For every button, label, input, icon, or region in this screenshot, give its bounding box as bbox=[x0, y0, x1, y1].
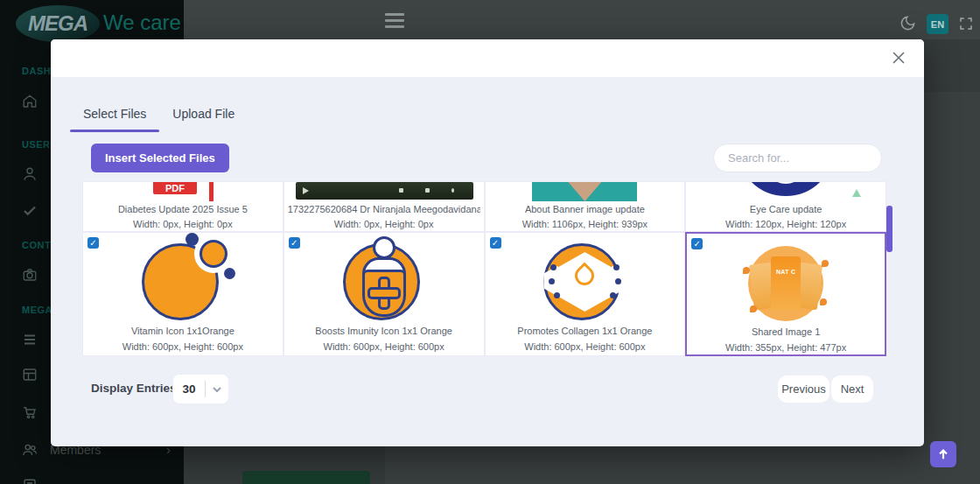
file-grid: PDF Diabetes Update 2025 Issue 5 Width: … bbox=[82, 181, 886, 356]
file-size: Width: 0px, Height: 0px bbox=[288, 219, 480, 229]
file-tile[interactable]: 1732275620684 Dr Niranjala Meegodavidana… bbox=[284, 181, 485, 232]
file-name: Vitamin Icon 1x1Orange bbox=[87, 326, 279, 336]
tab-upload-file[interactable]: Upload File bbox=[159, 101, 248, 132]
language-badge[interactable]: EN bbox=[927, 14, 948, 34]
collagen-icon-thumbnail bbox=[536, 240, 633, 324]
file-tile[interactable]: PDF Diabetes Update 2025 Issue 5 Width: … bbox=[82, 181, 284, 232]
grid-scrollbar-thumb[interactable] bbox=[886, 206, 892, 252]
insert-selected-files-button[interactable]: Insert Selected Files bbox=[91, 144, 229, 172]
search-input[interactable] bbox=[728, 151, 882, 165]
video-player-icon bbox=[284, 182, 484, 201]
display-entries-select[interactable]: 30 bbox=[172, 374, 229, 404]
vitamin-icon-thumbnail bbox=[135, 240, 231, 324]
check-icon[interactable] bbox=[22, 203, 38, 219]
menu-lines-icon[interactable] bbox=[22, 332, 38, 347]
file-size: Width: 600px, Height: 600px bbox=[288, 341, 480, 352]
hamburger-menu-icon[interactable] bbox=[385, 13, 404, 32]
fullscreen-icon[interactable] bbox=[958, 16, 974, 32]
user-icon[interactable] bbox=[22, 166, 38, 182]
file-size: Width: 600px, Height: 600px bbox=[87, 341, 279, 352]
photo-thumbnail bbox=[486, 182, 685, 201]
file-size: Width: 0px, Height: 0px bbox=[87, 219, 279, 229]
file-tile-selected[interactable]: NAT C Shared Image 1 Width: 355px, Heigh… bbox=[685, 232, 886, 356]
select-image-upload-button[interactable]: Select Image to Upload bbox=[242, 471, 370, 484]
dark-mode-icon[interactable] bbox=[900, 15, 916, 32]
home-icon[interactable] bbox=[22, 94, 38, 109]
checkbox-checked[interactable] bbox=[691, 238, 703, 249]
logo-text-mega: MEGA bbox=[28, 11, 88, 36]
file-tile[interactable]: Promotes Collagen 1x1 Orange Width: 600p… bbox=[485, 232, 686, 356]
file-name: Eye Care update bbox=[690, 204, 882, 214]
file-name: Shared Image 1 bbox=[690, 326, 881, 337]
display-entries-value: 30 bbox=[173, 381, 206, 397]
file-tile[interactable]: Vitamin Icon 1x1Orange Width: 600px, Hei… bbox=[82, 232, 284, 356]
search-box bbox=[713, 144, 882, 172]
logo-text-wecare: We care bbox=[103, 11, 181, 35]
file-size: Width: 120px, Height: 120px bbox=[690, 219, 882, 229]
file-name: Promotes Collagen 1x1 Orange bbox=[489, 326, 682, 336]
file-name: Boosts Imunity Icon 1x1 Orange bbox=[288, 326, 480, 336]
file-size: Width: 355px, Height: 477px bbox=[690, 342, 881, 353]
brand-logo: MEGA bbox=[16, 5, 100, 42]
file-name: Diabetes Update 2025 Issue 5 bbox=[87, 204, 279, 214]
pdf-file-icon: PDF bbox=[83, 182, 283, 201]
document-icon[interactable] bbox=[22, 478, 38, 484]
previous-button[interactable]: Previous bbox=[778, 375, 830, 403]
arrow-up-icon bbox=[937, 448, 949, 460]
cart-icon[interactable] bbox=[22, 404, 38, 420]
checkbox-checked[interactable] bbox=[88, 237, 99, 249]
immunity-icon-thumbnail bbox=[336, 240, 432, 324]
display-entries-label: Display Entries: bbox=[91, 382, 180, 395]
members-icon[interactable] bbox=[22, 442, 38, 458]
app-header: EN Mega We Care Corporate bbox=[184, 0, 980, 39]
next-button[interactable]: Next bbox=[831, 375, 873, 403]
file-tile[interactable]: Eye Care update Width: 120px, Height: 12… bbox=[685, 181, 886, 232]
layout-icon[interactable] bbox=[22, 367, 38, 382]
file-name: 1732275620684 Dr Niranjala Meegodavidana… bbox=[288, 204, 480, 214]
file-select-modal: Select Files Upload File Insert Selected… bbox=[51, 39, 924, 446]
file-name: About Banner image update bbox=[489, 204, 682, 214]
screen: MEGA We care DASHBOARD USERS CONTENT MEG… bbox=[0, 0, 980, 484]
modal-tabs: Select Files Upload File bbox=[70, 101, 248, 132]
chevron-down-icon bbox=[212, 384, 222, 395]
file-size: Width: 1106px, Height: 939px bbox=[489, 219, 682, 229]
scroll-top-button[interactable] bbox=[930, 441, 956, 467]
file-tile[interactable]: About Banner image update Width: 1106px,… bbox=[485, 181, 686, 232]
checkbox-checked[interactable] bbox=[490, 237, 501, 249]
modal-header bbox=[51, 39, 924, 77]
eye-logo-thumbnail bbox=[686, 182, 886, 201]
tab-select-files[interactable]: Select Files bbox=[70, 101, 159, 132]
file-tile[interactable]: Boosts Imunity Icon 1x1 Orange Width: 60… bbox=[284, 232, 485, 356]
camera-icon[interactable] bbox=[22, 267, 38, 283]
close-icon[interactable] bbox=[889, 49, 908, 68]
product-photo-thumbnail: NAT C bbox=[738, 241, 834, 325]
checkbox-checked[interactable] bbox=[289, 237, 300, 249]
file-size: Width: 600px, Height: 600px bbox=[489, 341, 682, 352]
